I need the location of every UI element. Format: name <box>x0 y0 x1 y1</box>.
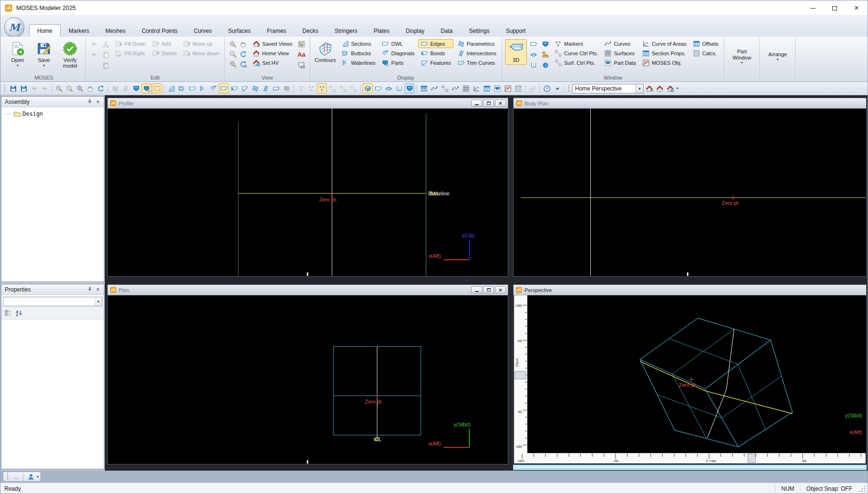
trim-curves-toggle[interactable]: Trim Curves <box>455 58 499 67</box>
tab-meshes[interactable]: Meshes <box>97 24 133 37</box>
more-button[interactable]: ... <box>11 474 20 480</box>
markers-toggle-2[interactable] <box>306 83 316 93</box>
moses-obj-button[interactable] <box>503 83 513 93</box>
perspective-horizontal-scrollbar[interactable] <box>513 464 867 470</box>
fill-right-button[interactable]: Fill Right <box>112 49 148 58</box>
buttocks-toggle[interactable] <box>177 83 187 93</box>
add-button[interactable]: Add <box>150 39 179 48</box>
user-toolbar-overflow[interactable]: ▾ <box>37 475 39 478</box>
move-down-button[interactable]: Move down <box>181 49 222 58</box>
cut-button[interactable] <box>101 39 111 49</box>
view-selector-dropdown-arrow[interactable]: ▾ <box>636 84 643 93</box>
window-body-button[interactable] <box>528 60 539 70</box>
edges-toggle[interactable]: Edges <box>418 39 453 48</box>
curves-window-button[interactable] <box>429 83 439 93</box>
sections-toggle[interactable]: Sections <box>339 39 378 48</box>
profile-viewport[interactable]: Zero pt. DWL Baseline x(Aft) z(Up) <box>108 109 507 276</box>
scroll-indicator[interactable] <box>307 272 308 276</box>
link-button[interactable] <box>527 83 537 93</box>
curve-ctrl-pts-2-toggle[interactable] <box>338 83 348 93</box>
plan-restore-button[interactable] <box>483 286 494 293</box>
zoom-out-button[interactable] <box>64 83 74 93</box>
part-window-button[interactable]: Part Window▾ <box>727 39 757 73</box>
color-grid-button[interactable] <box>296 39 307 49</box>
bonds-toggle[interactable]: Bonds <box>418 49 453 58</box>
curve-of-areas-button[interactable]: Curve of Areas <box>640 39 689 48</box>
diagonals-toggle[interactable]: Diagonals <box>379 49 417 58</box>
features-toggle[interactable] <box>240 83 250 93</box>
saved-views-button-toolbar[interactable] <box>644 83 654 93</box>
tab-surfaces[interactable]: Surfaces <box>220 24 259 37</box>
redo-button[interactable] <box>40 83 50 93</box>
zoom-out-button[interactable] <box>228 49 238 59</box>
parts-toggle[interactable] <box>141 83 151 93</box>
zoom-extents-button[interactable] <box>75 83 85 93</box>
tab-plates[interactable]: Plates <box>365 24 397 37</box>
properties-panel-header[interactable]: Properties × <box>1 284 104 295</box>
paste-button[interactable] <box>101 60 111 70</box>
tree-item-design[interactable]: Design <box>1 107 104 118</box>
help-button[interactable] <box>542 83 552 93</box>
window-part-button[interactable] <box>540 39 551 49</box>
contours-button[interactable]: Contours <box>313 39 338 65</box>
zoom-in-button[interactable] <box>228 39 238 49</box>
save-edit-button[interactable] <box>19 83 29 93</box>
view-toolbar-grip[interactable] <box>568 84 570 92</box>
assembly-pin-button[interactable] <box>86 98 94 106</box>
pan-button[interactable] <box>85 83 95 93</box>
tab-curves[interactable]: Curves <box>186 24 220 37</box>
markers-table-button[interactable] <box>419 83 429 93</box>
part-window-dropdown-arrow[interactable]: ▾ <box>741 61 743 64</box>
plan-viewport[interactable]: Zero pt. WL CL x(Aft) y(Stbd) <box>108 295 507 464</box>
profile-minimize-button[interactable] <box>471 100 482 107</box>
trim-curves-toggle[interactable] <box>271 83 281 93</box>
window-plan-button[interactable] <box>528 50 539 60</box>
part-data-button[interactable] <box>492 83 502 93</box>
save-dropdown-arrow[interactable]: ▾ <box>43 64 45 67</box>
tab-display[interactable]: Display <box>398 24 433 37</box>
parametrics-toggle[interactable]: Parametrics <box>455 39 499 48</box>
tab-support[interactable]: Support <box>498 24 534 37</box>
tab-decks[interactable]: Decks <box>294 24 326 37</box>
window-3d-button[interactable]: 3D <box>505 39 527 65</box>
markers-toggle-3[interactable] <box>317 83 327 93</box>
font-button[interactable]: Aa <box>296 50 307 60</box>
properties-categorized-button[interactable] <box>3 308 13 318</box>
zoom-in-button[interactable] <box>54 83 64 93</box>
tab-data[interactable]: Data <box>433 24 461 37</box>
edges-toggle[interactable] <box>219 83 229 93</box>
tab-settings[interactable]: Settings <box>461 24 497 37</box>
user-toolbar-grip[interactable] <box>7 473 9 481</box>
intersections-toggle[interactable]: Intersections <box>455 49 499 58</box>
properties-pin-button[interactable] <box>86 286 94 293</box>
window-maximize-button[interactable] <box>824 0 846 16</box>
resize-grip[interactable] <box>858 484 867 493</box>
view-selector-combo[interactable]: Home Perspective ▾ <box>572 84 644 93</box>
waterlines-toggle[interactable]: Waterlines <box>339 58 378 67</box>
dwl-toggle[interactable]: DWL <box>379 39 417 48</box>
buttocks-toggle[interactable]: Buttocks <box>339 49 378 58</box>
calcs-button[interactable] <box>513 83 523 93</box>
saved-views-button[interactable]: Saved Views <box>250 39 294 48</box>
home-view-button[interactable]: Home View <box>250 49 294 58</box>
properties-close-button[interactable]: × <box>94 286 102 293</box>
perspective-window-titlebar[interactable]: Perspective <box>514 285 866 295</box>
diagonals-toggle[interactable] <box>208 83 218 93</box>
markers-window-button[interactable]: Markers <box>552 39 601 48</box>
pan-button[interactable] <box>238 39 249 49</box>
open-button[interactable]: Open▾ <box>5 39 30 69</box>
home-view-button-toolbar[interactable] <box>655 83 665 93</box>
window-plan-button[interactable] <box>384 83 394 93</box>
plan-close-button[interactable]: × <box>495 286 506 293</box>
pitch-slider-thumb[interactable] <box>515 372 526 379</box>
window-part-button[interactable] <box>404 83 414 93</box>
tab-stringers[interactable]: Stringers <box>326 24 365 37</box>
save-button[interactable] <box>8 83 18 93</box>
yaw-ruler[interactable] <box>514 453 866 464</box>
copy-button[interactable] <box>101 50 111 60</box>
set-hv-button-toolbar[interactable] <box>665 83 675 93</box>
rotate-settings-button[interactable] <box>238 59 249 69</box>
parts-toggle[interactable]: Parts <box>379 58 417 67</box>
scroll-indicator[interactable] <box>307 460 308 464</box>
yaw-slider-thumb[interactable] <box>748 454 756 463</box>
